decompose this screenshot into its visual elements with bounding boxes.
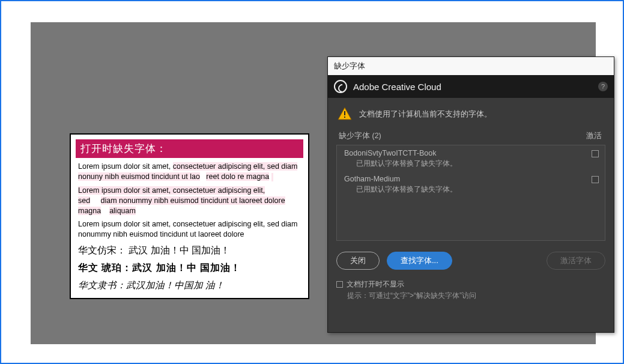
font-item[interactable]: BodoniSvtyTwoITCTT-Book 已用默认字体替换了缺失字体。 (337, 145, 605, 171)
creative-cloud-bar: Adobe Creative Cloud ? (328, 75, 614, 98)
creative-cloud-logo-icon (334, 80, 347, 93)
dialog-footer: 文档打开时不显示 提示：可通过“文字”>“解决缺失字体”访问 (328, 276, 614, 308)
activate-fonts-button: 激活字体 (547, 252, 605, 270)
help-icon[interactable]: ? (598, 82, 608, 91)
font-status: 已用默认字体替换了缺失字体。 (344, 157, 457, 169)
missing-fonts-dialog: 缺少字体 Adobe Creative Cloud ? 文档使用了计算机当前不支… (327, 56, 614, 333)
doc-cn-row-2: 华文 琥珀：武汉 加油！中 国加油！ (76, 262, 303, 275)
font-name: BodoniSvtyTwoITCTT-Book (344, 149, 457, 157)
creative-cloud-label: Adobe Creative Cloud (353, 82, 592, 92)
app-canvas: 打开时缺失字体： Lorem ipsum dolor sit amet, con… (31, 22, 596, 344)
svg-rect-2 (344, 117, 345, 118)
find-fonts-button[interactable]: 查找字体... (387, 252, 452, 270)
warning-row: 文档使用了计算机当前不支持的字体。 (328, 98, 614, 129)
font-item[interactable]: Gotham-Medium 已用默认字体替换了缺失字体。 (337, 171, 605, 197)
doc-heading: 打开时缺失字体： (76, 139, 303, 158)
document-preview: 打开时缺失字体： Lorem ipsum dolor sit amet, con… (70, 133, 309, 299)
text-cursor-icon (271, 173, 273, 181)
doc-paragraph-3: Lorem ipsum dolor sit amet, consectetuer… (76, 219, 303, 240)
dont-show-label: 文档打开时不显示 (347, 279, 404, 290)
activate-column-header: 激活 (586, 131, 602, 141)
warning-text: 文档使用了计算机当前不支持的字体。 (359, 109, 492, 120)
dont-show-checkbox[interactable] (336, 281, 343, 288)
doc-cn-row-1: 华文仿宋： 武汉 加油！中 国加油！ (76, 244, 303, 257)
font-name: Gotham-Medium (344, 175, 457, 183)
warning-icon (338, 106, 352, 123)
svg-rect-1 (344, 111, 345, 115)
font-list: BodoniSvtyTwoITCTT-Book 已用默认字体替换了缺失字体。 G… (336, 145, 605, 241)
dialog-titlebar: 缺少字体 (328, 57, 614, 75)
font-status: 已用默认字体替换了缺失字体。 (344, 183, 457, 195)
font-list-header: 缺少字体 (2) 激活 (328, 129, 614, 145)
doc-paragraph-1: Lorem ipsum dolor sit amet, consectetuer… (76, 162, 303, 182)
doc-paragraph-2: Lorem ipsum dolor sit amet, consectetuer… (76, 186, 303, 216)
activate-checkbox[interactable] (592, 150, 599, 157)
doc-cn-row-3: 华文隶书：武汉加油！中国加 油！ (76, 279, 303, 292)
figure-frame: 打开时缺失字体： Lorem ipsum dolor sit amet, con… (0, 0, 624, 364)
missing-fonts-count: 缺少字体 (2) (339, 131, 381, 141)
close-button[interactable]: 关闭 (336, 252, 380, 270)
dialog-button-row: 关闭 查找字体... 激活字体 (328, 241, 614, 276)
footer-hint: 提示：可通过“文字”>“解决缺失字体”访问 (336, 291, 605, 301)
activate-checkbox[interactable] (592, 176, 599, 183)
